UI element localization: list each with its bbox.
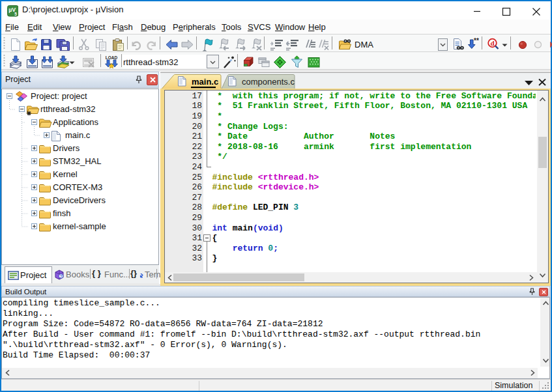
svg-text:main.c: main.c bbox=[192, 77, 218, 87]
svg-text:components.c: components.c bbox=[242, 77, 295, 87]
svg-text:LOAD: LOAD bbox=[106, 55, 118, 60]
svg-text:**: ** bbox=[474, 38, 479, 44]
svg-text:d: d bbox=[490, 39, 494, 47]
svg-text:5: 5 bbox=[14, 12, 17, 16]
svg-text:?: ? bbox=[60, 274, 63, 279]
